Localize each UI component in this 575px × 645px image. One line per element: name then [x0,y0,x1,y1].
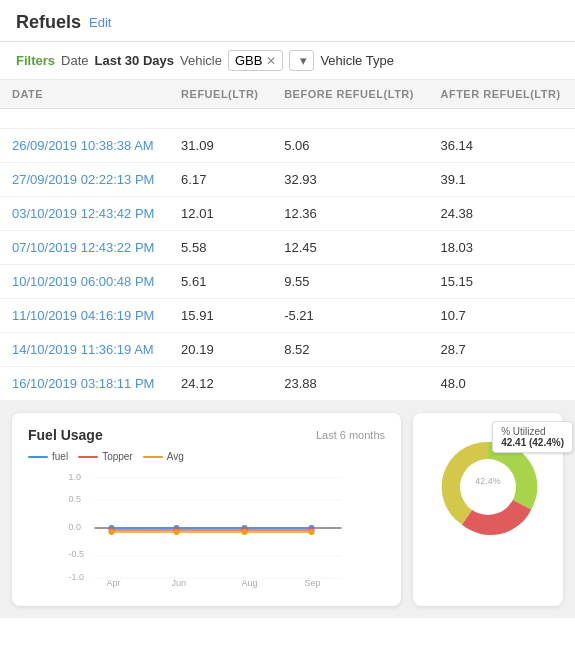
cell-after: 10.7 [428,299,575,333]
cell-before: 12.36 [272,197,428,231]
table-row[interactable]: 26/09/2019 10:38:38 AM 31.09 5.06 36.14 [0,129,575,163]
cell-date: 27/09/2019 02:22:13 PM [0,163,169,197]
table-row[interactable]: 14/10/2019 11:36:19 AM 20.19 8.52 28.7 [0,333,575,367]
refuels-table: DATE REFUEL(LTR) BEFORE REFUEL(LTR) AFTE… [0,80,575,401]
cell-after: 15.15 [428,265,575,299]
cell-before: 12.45 [272,231,428,265]
svg-text:Apr: Apr [107,578,121,588]
cell-refuel: 12.01 [169,197,272,231]
filter-bar: Filters Date Last 30 Days Vehicle GBB ✕ … [0,42,575,80]
svg-point-24 [242,529,248,535]
cell-refuel: 20.19 [169,333,272,367]
empty-spacer-row [0,109,575,129]
col-after: AFTER REFUEL(LTR) [428,80,575,109]
cell-date: 26/09/2019 10:38:38 AM [0,129,169,163]
cell-after: 18.03 [428,231,575,265]
refuels-table-container: DATE REFUEL(LTR) BEFORE REFUEL(LTR) AFTE… [0,80,575,401]
cell-before: 5.06 [272,129,428,163]
svg-text:-0.5: -0.5 [69,549,85,559]
page-header: Refuels Edit [0,0,575,42]
cell-before: 8.52 [272,333,428,367]
legend-topper: Topper [78,451,133,462]
fuel-legend-label: fuel [52,451,68,462]
topper-legend-line [78,456,98,458]
svg-text:Jun: Jun [172,578,187,588]
cell-refuel: 24.12 [169,367,272,401]
vehicle-badge-text: GBB [235,53,262,68]
fuel-usage-header: Fuel Usage Last 6 months [28,427,385,443]
table-row[interactable]: 11/10/2019 04:16:19 PM 15.91 -5.21 10.7 [0,299,575,333]
col-before: BEFORE REFUEL(LTR) [272,80,428,109]
cell-refuel: 6.17 [169,163,272,197]
col-date: DATE [0,80,169,109]
svg-point-23 [174,529,180,535]
cell-date: 14/10/2019 11:36:19 AM [0,333,169,367]
topper-legend-label: Topper [102,451,133,462]
cell-date: 10/10/2019 06:00:48 PM [0,265,169,299]
svg-text:1.0: 1.0 [69,472,82,482]
cell-before: 32.93 [272,163,428,197]
cell-after: 39.1 [428,163,575,197]
legend-avg: Avg [143,451,184,462]
donut-card: % Utilized 42.41 (42.4%) 42.4% [413,413,563,606]
cell-date: 11/10/2019 04:16:19 PM [0,299,169,333]
vehicle-filter-label: Vehicle [180,53,222,68]
legend-fuel: fuel [28,451,68,462]
table-row[interactable]: 03/10/2019 12:43:42 PM 12.01 12.36 24.38 [0,197,575,231]
cell-date: 03/10/2019 12:43:42 PM [0,197,169,231]
col-refuel: REFUEL(LTR) [169,80,272,109]
edit-link[interactable]: Edit [89,15,111,30]
bottom-section: Fuel Usage Last 6 months fuel Topper Avg [0,401,575,618]
donut-hole [460,459,516,515]
cell-refuel: 15.91 [169,299,272,333]
date-filter-value: Last 30 Days [94,53,174,68]
donut-tooltip-value: 42.41 (42.4%) [501,437,564,448]
cell-date: 07/10/2019 12:43:22 PM [0,231,169,265]
cell-before: 9.55 [272,265,428,299]
cell-after: 48.0 [428,367,575,401]
donut-tooltip-label: % Utilized [501,426,564,437]
chart-legend: fuel Topper Avg [28,451,385,462]
table-row[interactable]: 16/10/2019 03:18:11 PM 24.12 23.88 48.0 [0,367,575,401]
vehicle-badge-remove[interactable]: ✕ [266,54,276,68]
svg-text:0.5: 0.5 [69,494,82,504]
cell-before: 23.88 [272,367,428,401]
svg-point-22 [109,529,115,535]
date-filter-label: Date [61,53,88,68]
table-header-row: DATE REFUEL(LTR) BEFORE REFUEL(LTR) AFTE… [0,80,575,109]
cell-after: 28.7 [428,333,575,367]
page-title: Refuels [16,12,81,33]
cell-refuel: 31.09 [169,129,272,163]
cell-after: 24.38 [428,197,575,231]
fuel-legend-line [28,456,48,458]
cell-refuel: 5.61 [169,265,272,299]
fuel-usage-card: Fuel Usage Last 6 months fuel Topper Avg [12,413,401,606]
vehicle-badge[interactable]: GBB ✕ [228,50,283,71]
table-row[interactable]: 27/09/2019 02:22:13 PM 6.17 32.93 39.1 [0,163,575,197]
cell-before: -5.21 [272,299,428,333]
cell-date: 16/10/2019 03:18:11 PM [0,367,169,401]
svg-text:-1.0: -1.0 [69,572,85,582]
avg-legend-label: Avg [167,451,184,462]
vehicle-dropdown[interactable]: ▾ [289,50,314,71]
dropdown-arrow-icon: ▾ [300,53,307,68]
svg-point-25 [309,529,315,535]
vehicle-type-label: Vehicle Type [320,53,393,68]
table-row[interactable]: 10/10/2019 06:00:48 PM 5.61 9.55 15.15 [0,265,575,299]
avg-legend-line [143,456,163,458]
fuel-usage-title: Fuel Usage [28,427,103,443]
svg-text:0.0: 0.0 [69,522,82,532]
fuel-chart-svg: 1.0 0.5 0.0 -0.5 -1.0 Apr Jun Aug Sep [28,468,385,588]
fuel-usage-subtitle: Last 6 months [316,429,385,441]
cell-refuel: 5.58 [169,231,272,265]
filters-label: Filters [16,53,55,68]
donut-tooltip: % Utilized 42.41 (42.4%) [492,421,573,453]
svg-text:Aug: Aug [242,578,258,588]
svg-text:Sep: Sep [305,578,321,588]
cell-after: 36.14 [428,129,575,163]
donut-center-label: 42.4% [475,476,501,486]
table-row[interactable]: 07/10/2019 12:43:22 PM 5.58 12.45 18.03 [0,231,575,265]
